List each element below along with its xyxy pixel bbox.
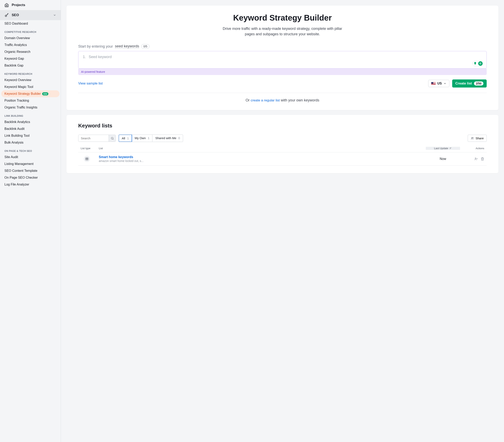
seed-number: 1. (83, 55, 86, 59)
tab-all[interactable]: All1 (119, 134, 132, 142)
sidebar-cat-competitive: COMPETITIVE RESEARCH (0, 27, 61, 35)
seed-label-row: Start by entering your seed keywords 0/5 (78, 44, 487, 49)
sidebar-item-traffic-analytics[interactable]: Traffic Analytics (0, 41, 61, 48)
lists-search-input[interactable] (78, 135, 109, 142)
sidebar-cat-keyword: KEYWORD RESEARCH (0, 69, 61, 77)
th-list-type: List type (81, 147, 99, 150)
lists-title: Keyword lists (78, 123, 487, 129)
grammarly-widget[interactable]: G (472, 61, 484, 66)
sidebar-section-seo[interactable]: SEO (0, 10, 61, 20)
th-last-update[interactable]: Last Update (426, 147, 460, 150)
sidebar-item-backlink-analytics[interactable]: Backlink Analytics (0, 119, 61, 125)
sidebar-item-organic-research[interactable]: Organic Research (0, 48, 61, 55)
list-name-link[interactable]: Smart home keywords (99, 155, 426, 159)
sidebar-item-keyword-strategy-builder[interactable]: Keyword Strategy Builder new (1, 90, 59, 97)
svg-point-4 (473, 137, 473, 138)
sidebar-item-position-tracking[interactable]: Position Tracking (0, 97, 61, 104)
list-subtext: amazon smart home locked out, s... (99, 159, 426, 163)
chevron-down-icon (444, 82, 446, 85)
sidebar-item-domain-overview[interactable]: Domain Overview (0, 35, 61, 41)
chevron-down-icon (53, 14, 56, 17)
list-type-icon (84, 156, 90, 162)
search-icon (111, 137, 114, 140)
th-list: List (99, 147, 426, 150)
sidebar-item-keyword-overview[interactable]: Keyword Overview (0, 77, 61, 83)
country-selector[interactable]: US (428, 80, 449, 87)
sidebar: Projects SEO SEO Dashboard COMPETITIVE R… (0, 0, 61, 442)
search-wrapper (78, 135, 116, 142)
sidebar-item-onpage-seo-checker[interactable]: On Page SEO Checker (0, 174, 61, 181)
page-title: Keyword Strategy Builder (78, 13, 487, 22)
lists-filter-row: All1 My Own1 Shared with Me0 Share (78, 134, 487, 142)
lists-tabs: All1 My Own1 Shared with Me0 (119, 134, 183, 142)
sidebar-item-link-building-tool[interactable]: Link Building Tool (0, 132, 61, 139)
lists-table: List type List Last Update Actions (78, 144, 487, 166)
share-button[interactable]: Share (468, 135, 487, 142)
create-list-count: 2/50 (474, 81, 484, 86)
sidebar-item-seo-dashboard[interactable]: SEO Dashboard (0, 20, 61, 27)
svg-line-2 (113, 139, 113, 140)
seed-input-wrapper: 1. G AI-powered feature (78, 51, 487, 75)
tab-shared-with-me[interactable]: Shared with Me0 (152, 135, 183, 142)
grammarly-icon: G (478, 61, 483, 66)
seed-keyword-input[interactable] (89, 55, 482, 59)
sidebar-projects-label: Projects (12, 3, 25, 7)
sidebar-item-organic-traffic-insights[interactable]: Organic Traffic Insights (0, 104, 61, 111)
create-list-label: Create list (455, 81, 472, 86)
seed-input-box[interactable]: 1. G (78, 51, 487, 69)
sidebar-item-keyword-magic[interactable]: Keyword Magic Tool (0, 83, 61, 90)
people-icon (471, 137, 474, 140)
bulb-icon (473, 62, 477, 65)
sidebar-cat-link: LINK BUILDING (0, 111, 61, 119)
keyword-lists-card: Keyword lists All1 My Own1 (67, 115, 498, 173)
sidebar-section-label: SEO (12, 13, 19, 17)
lists-search-button[interactable] (109, 135, 115, 142)
builder-card: Keyword Strategy Builder Drive more traf… (67, 6, 498, 110)
svg-point-12 (475, 158, 476, 159)
create-regular-list-link[interactable]: create a regular list (251, 98, 280, 102)
sidebar-item-seo-content-template[interactable]: SEO Content Template (0, 167, 61, 174)
svg-point-0 (5, 15, 7, 17)
tab-my-own[interactable]: My Own1 (132, 135, 152, 142)
badge-new: new (42, 92, 48, 95)
or-line: Or create a regular list with your own k… (78, 98, 487, 102)
builder-actions: View sample list US Create list 2/50 (78, 79, 487, 88)
th-actions: Actions (460, 147, 484, 150)
page-subtitle: Drive more traffic with a ready-made key… (218, 26, 347, 37)
list-cell: Smart home keywords amazon smart home lo… (99, 155, 426, 163)
table-header: List type List Last Update Actions (78, 144, 487, 152)
trash-icon[interactable] (481, 157, 484, 161)
create-list-button[interactable]: Create list 2/50 (452, 79, 487, 88)
sidebar-item-backlink-audit[interactable]: Backlink Audit (0, 125, 61, 132)
add-user-icon[interactable] (474, 157, 478, 161)
sidebar-item-listing-management[interactable]: Listing Management (0, 161, 61, 167)
seed-keywords-hint[interactable]: seed keywords (115, 44, 139, 49)
seed-label-pre: Start by entering your (78, 44, 113, 49)
sidebar-cat-onpage: ON PAGE & TECH SEO (0, 146, 61, 154)
sidebar-item-backlink-gap[interactable]: Backlink Gap (0, 62, 61, 69)
sidebar-item-log-file-analyzer[interactable]: Log File Analyzer (0, 181, 61, 188)
svg-point-3 (471, 137, 472, 138)
main-content: Keyword Strategy Builder Drive more traf… (61, 0, 504, 442)
target-key-icon (4, 13, 9, 17)
country-code: US (437, 82, 442, 85)
seed-count-pill: 0/5 (141, 44, 149, 49)
list-last-update: Now (426, 157, 460, 161)
row-actions (460, 157, 484, 161)
sidebar-item-keyword-gap[interactable]: Keyword Gap (0, 55, 61, 62)
ai-feature-note: AI-powered feature (78, 69, 487, 75)
sidebar-item-site-audit[interactable]: Site Audit (0, 154, 61, 161)
home-icon (4, 3, 9, 7)
view-sample-list-link[interactable]: View sample list (78, 81, 103, 86)
sidebar-projects[interactable]: Projects (0, 0, 61, 10)
svg-point-1 (111, 137, 113, 139)
svg-rect-8 (86, 158, 88, 160)
flag-us-icon (431, 82, 436, 85)
table-row: Smart home keywords amazon smart home lo… (78, 152, 487, 166)
divider (78, 93, 487, 93)
sort-desc-icon (449, 147, 452, 150)
sidebar-item-bulk-analysis[interactable]: Bulk Analysis (0, 139, 61, 146)
